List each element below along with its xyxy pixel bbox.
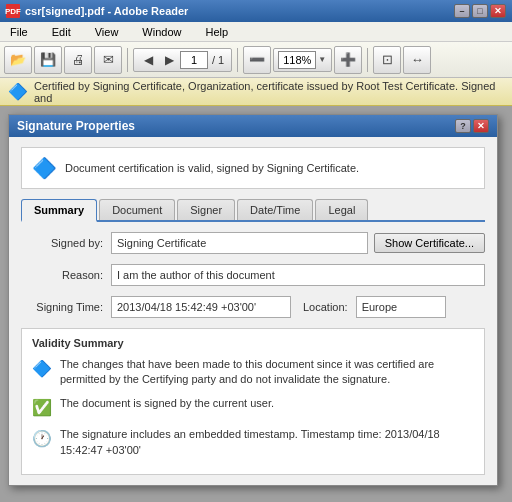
validity-text-2: The signature includes an embedded times… xyxy=(60,427,474,458)
zoom-out-button[interactable]: ➖ xyxy=(243,46,271,74)
cert-notify-icon: 🔷 xyxy=(8,82,28,101)
location-input[interactable] xyxy=(356,296,446,318)
close-button[interactable]: ✕ xyxy=(490,4,506,18)
validity-icon-1: ✅ xyxy=(32,397,52,419)
reason-row: Reason: xyxy=(21,264,485,286)
validity-item-0: 🔷 The changes that have been made to thi… xyxy=(32,357,474,388)
separator-3 xyxy=(367,48,368,72)
dialog-title-bar: Signature Properties ? ✕ xyxy=(9,115,497,137)
dialog-close-button[interactable]: ✕ xyxy=(473,119,489,133)
separator-1 xyxy=(127,48,128,72)
signed-by-row: Signed by: Show Certificate... xyxy=(21,232,485,254)
validity-summary-title: Validity Summary xyxy=(32,337,474,349)
zoom-input[interactable] xyxy=(278,51,316,69)
menu-bar: File Edit View Window Help xyxy=(0,22,512,42)
separator-2 xyxy=(237,48,238,72)
dialog-help-button[interactable]: ? xyxy=(455,119,471,133)
signature-properties-dialog: Signature Properties ? ✕ 🔷 Document cert… xyxy=(8,114,498,486)
signing-time-input[interactable] xyxy=(111,296,291,318)
zoom-in-button[interactable]: ➕ xyxy=(334,46,362,74)
validity-icon-0: 🔷 xyxy=(32,358,52,380)
tab-signer[interactable]: Signer xyxy=(177,199,235,220)
validity-summary-section: Validity Summary 🔷 The changes that have… xyxy=(21,328,485,475)
email-button[interactable]: ✉ xyxy=(94,46,122,74)
maximize-button[interactable]: □ xyxy=(472,4,488,18)
validity-item-1: ✅ The document is signed by the current … xyxy=(32,396,474,419)
dialog-controls: ? ✕ xyxy=(455,119,489,133)
app-icon: PDF xyxy=(6,4,20,18)
reason-label: Reason: xyxy=(21,269,111,281)
page-total: / 1 xyxy=(209,54,227,66)
cert-valid-banner: 🔷 Document certification is valid, signe… xyxy=(21,147,485,189)
print-button[interactable]: 🖨 xyxy=(64,46,92,74)
reason-input[interactable] xyxy=(111,264,485,286)
notification-bar: 🔷 Certified by Signing Certificate, Orga… xyxy=(0,78,512,106)
tab-legal[interactable]: Legal xyxy=(315,199,368,220)
prev-page-button[interactable]: ◀ xyxy=(138,51,158,69)
main-area: Signature Properties ? ✕ 🔷 Document cert… xyxy=(0,106,512,502)
signed-by-label: Signed by: xyxy=(21,237,111,249)
show-certificate-button[interactable]: Show Certificate... xyxy=(374,233,485,253)
tab-datetime[interactable]: Date/Time xyxy=(237,199,313,220)
toolbar: 📂 💾 🖨 ✉ ◀ ▶ / 1 ➖ ▼ ➕ ⊡ ↔ xyxy=(0,42,512,78)
tab-summary[interactable]: Summary xyxy=(21,199,97,222)
cert-valid-text: Document certification is valid, signed … xyxy=(65,162,359,174)
nav-group: ◀ ▶ / 1 xyxy=(133,48,232,72)
signing-time-row: Signing Time: Location: xyxy=(21,296,485,318)
minimize-button[interactable]: – xyxy=(454,4,470,18)
zoom-group: ▼ xyxy=(273,48,332,72)
validity-icon-2: 🕐 xyxy=(32,428,52,450)
title-bar: PDF csr[signed].pdf - Adobe Reader – □ ✕ xyxy=(0,0,512,22)
tab-document[interactable]: Document xyxy=(99,199,175,220)
open-button[interactable]: 📂 xyxy=(4,46,32,74)
validity-text-0: The changes that have been made to this … xyxy=(60,357,474,388)
tab-bar: Summary Document Signer Date/Time Legal xyxy=(21,199,485,222)
window-title: csr[signed].pdf - Adobe Reader xyxy=(25,5,188,17)
notification-text: Certified by Signing Certificate, Organi… xyxy=(34,80,504,104)
fit-page-button[interactable]: ⊡ xyxy=(373,46,401,74)
dialog-body: 🔷 Document certification is valid, signe… xyxy=(9,137,497,485)
fit-width-button[interactable]: ↔ xyxy=(403,46,431,74)
window-controls: – □ ✕ xyxy=(454,4,506,18)
menu-file[interactable]: File xyxy=(4,24,34,40)
signing-time-label: Signing Time: xyxy=(21,301,111,313)
page-number-input[interactable] xyxy=(180,51,208,69)
zoom-dropdown-icon[interactable]: ▼ xyxy=(317,55,327,64)
save-button[interactable]: 💾 xyxy=(34,46,62,74)
menu-edit[interactable]: Edit xyxy=(46,24,77,40)
cert-valid-icon: 🔷 xyxy=(32,156,57,180)
menu-help[interactable]: Help xyxy=(199,24,234,40)
validity-item-2: 🕐 The signature includes an embedded tim… xyxy=(32,427,474,458)
signed-by-input[interactable] xyxy=(111,232,368,254)
dialog-title-text: Signature Properties xyxy=(17,119,135,133)
validity-text-1: The document is signed by the current us… xyxy=(60,396,274,411)
next-page-button[interactable]: ▶ xyxy=(159,51,179,69)
menu-view[interactable]: View xyxy=(89,24,125,40)
menu-window[interactable]: Window xyxy=(136,24,187,40)
location-label: Location: xyxy=(291,301,356,313)
